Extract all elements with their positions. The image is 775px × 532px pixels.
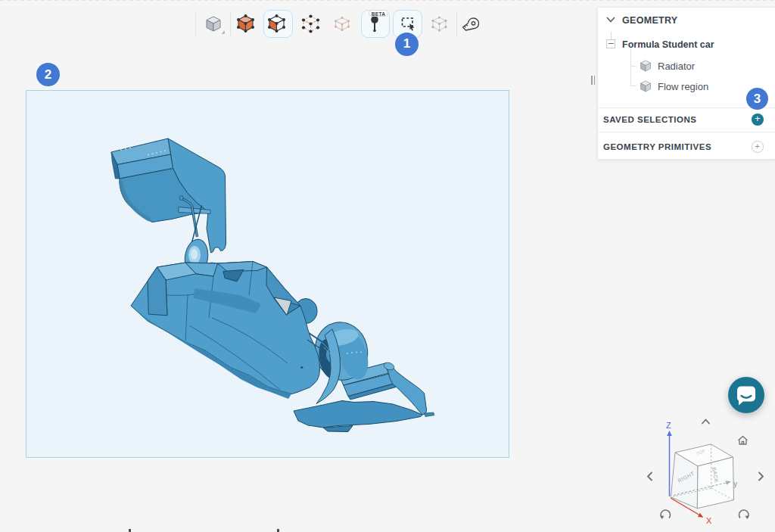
svg-text:y: y — [733, 479, 738, 488]
svg-text:X: X — [706, 516, 712, 525]
svg-text:Z: Z — [666, 421, 671, 430]
